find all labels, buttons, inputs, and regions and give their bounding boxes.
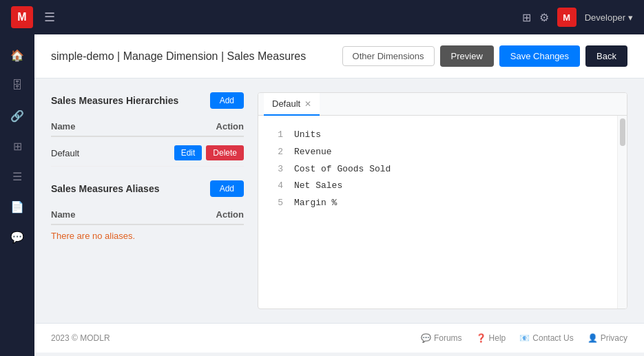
page-header: simple-demo | Manage Dimension | Sales M…	[34, 34, 644, 78]
sidebar-item-chat[interactable]: 💬	[5, 224, 30, 249]
preview-button[interactable]: Preview	[440, 45, 494, 67]
hierarchies-header: Sales Measures Hierarchies Add	[51, 92, 244, 109]
add-hierarchy-button[interactable]: Add	[210, 92, 244, 109]
contact-link[interactable]: 📧 Contact Us	[519, 333, 573, 343]
forums-label: Forums	[434, 333, 462, 343]
developer-logo: M	[557, 8, 577, 27]
line-content-4: Net Sales	[294, 179, 342, 193]
settings-icon[interactable]: ⚙	[539, 11, 549, 24]
sidebar-item-list[interactable]: ☰	[5, 164, 30, 189]
table-row: Default Edit Delete	[51, 140, 244, 167]
copyright-text: 2023 © MODLR	[51, 333, 110, 343]
code-line-1: 1 Units	[258, 127, 627, 144]
code-editor: Default ✕ 1 Units 2 Revenue	[258, 92, 627, 309]
chevron-down-icon: ▾	[628, 12, 633, 23]
sidebar-item-doc[interactable]: 📄	[5, 194, 30, 219]
nav-right: ⊞ ⚙ M Developer ▾	[522, 8, 633, 27]
sidebar-item-home[interactable]: 🏠	[5, 43, 30, 67]
sidebar-item-link[interactable]: 🔗	[5, 103, 30, 128]
contact-label: Contact Us	[532, 333, 573, 343]
footer: 2023 © MODLR 💬 Forums ❓ Help 📧 Contact U…	[34, 323, 644, 353]
line-content-5: Margin %	[294, 196, 337, 211]
aliases-col-name-label: Name	[51, 209, 75, 220]
section-divider: Sales Measures Aliases Add Name Action T…	[51, 180, 244, 244]
grid-menu-icon[interactable]: ⊞	[522, 11, 531, 24]
row-actions: Edit Delete	[174, 145, 244, 160]
app-logo: M	[11, 6, 33, 28]
col-name-label: Name	[51, 121, 75, 132]
delete-button[interactable]: Delete	[206, 145, 244, 160]
right-panel: Default ✕ 1 Units 2 Revenue	[258, 92, 627, 309]
scrollbar-thumb	[620, 118, 625, 146]
line-number-2: 2	[269, 145, 283, 160]
help-icon: ❓	[476, 333, 486, 343]
line-number-5: 5	[269, 196, 283, 211]
help-label: Help	[489, 333, 506, 343]
row-default-name: Default	[51, 148, 79, 158]
sidebar: 🏠 🗄 🔗 ⊞ ☰ 📄 💬	[0, 34, 34, 356]
left-panel: Sales Measures Hierarchies Add Name Acti…	[51, 92, 244, 309]
editor-tabs: Default ✕	[258, 93, 627, 116]
privacy-label: Privacy	[601, 333, 627, 343]
no-aliases-message: There are no aliases.	[51, 228, 244, 244]
line-content-2: Revenue	[294, 145, 332, 160]
sidebar-item-database[interactable]: 🗄	[5, 73, 30, 98]
forums-link[interactable]: 💬 Forums	[421, 333, 462, 343]
tab-close-icon[interactable]: ✕	[304, 99, 311, 109]
tab-label: Default	[272, 98, 300, 109]
page-title: simple-demo | Manage Dimension | Sales M…	[51, 50, 306, 63]
line-number-3: 3	[269, 163, 283, 177]
aliases-title: Sales Measures Aliases	[51, 183, 159, 194]
editor-content[interactable]: 1 Units 2 Revenue 3 Cost of Goods Sold	[258, 116, 627, 308]
line-number-4: 4	[269, 179, 283, 193]
layout: 🏠 🗄 🔗 ⊞ ☰ 📄 💬 simple-demo | Manage Dimen…	[0, 34, 644, 356]
sidebar-item-grid[interactable]: ⊞	[5, 134, 30, 158]
code-line-3: 3 Cost of Goods Sold	[258, 161, 627, 178]
col-action-label: Action	[216, 121, 244, 132]
default-tab[interactable]: Default ✕	[264, 93, 320, 116]
top-nav: M ☰ ⊞ ⚙ M Developer ▾	[0, 0, 644, 34]
hamburger-icon[interactable]: ☰	[44, 10, 55, 25]
editor-scrollbar[interactable]	[617, 116, 627, 308]
aliases-col-action-label: Action	[216, 209, 244, 220]
code-line-4: 4 Net Sales	[258, 178, 627, 195]
code-line-2: 2 Revenue	[258, 144, 627, 161]
privacy-icon: 👤	[588, 333, 598, 343]
save-changes-button[interactable]: Save Changes	[499, 45, 580, 67]
hierarchies-title: Sales Measures Hierarchies	[51, 95, 178, 106]
help-link[interactable]: ❓ Help	[476, 333, 506, 343]
edit-button[interactable]: Edit	[174, 145, 202, 160]
forums-icon: 💬	[421, 333, 431, 343]
nav-left: M ☰	[11, 6, 55, 28]
line-number-1: 1	[269, 128, 283, 143]
add-alias-button[interactable]: Add	[210, 180, 244, 197]
other-dimensions-button[interactable]: Other Dimensions	[342, 46, 435, 66]
aliases-header: Sales Measures Aliases Add	[51, 180, 244, 197]
back-button[interactable]: Back	[585, 45, 627, 67]
privacy-link[interactable]: 👤 Privacy	[588, 333, 627, 343]
line-content-1: Units	[294, 128, 321, 143]
content-area: Sales Measures Hierarchies Add Name Acti…	[34, 78, 644, 323]
header-actions: Other Dimensions Preview Save Changes Ba…	[342, 45, 627, 67]
hierarchies-table-header: Name Action	[51, 117, 244, 137]
developer-label-text: Developer	[585, 12, 625, 23]
code-line-5: 5 Margin %	[258, 195, 627, 212]
main-content: simple-demo | Manage Dimension | Sales M…	[34, 34, 644, 356]
contact-icon: 📧	[519, 333, 530, 343]
footer-links: 💬 Forums ❓ Help 📧 Contact Us 👤 Privacy	[421, 333, 627, 343]
aliases-table-header: Name Action	[51, 205, 244, 225]
developer-menu[interactable]: Developer ▾	[585, 12, 633, 23]
line-content-3: Cost of Goods Sold	[294, 163, 391, 177]
